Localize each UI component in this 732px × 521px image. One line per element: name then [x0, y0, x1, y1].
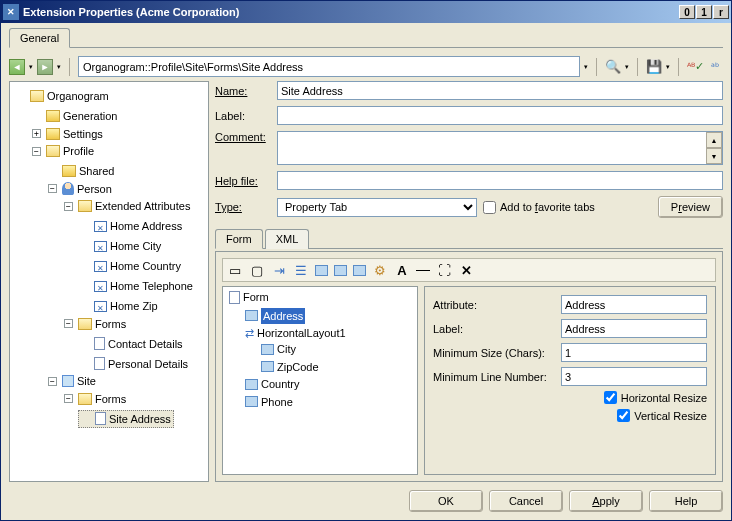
tool-panel-icon[interactable]: ▢: [249, 262, 265, 278]
layout-icon: ⇄: [245, 325, 254, 341]
ok-button[interactable]: OK: [409, 490, 483, 512]
nav-forward-button[interactable]: ►: [37, 59, 53, 75]
tool-delete-icon[interactable]: ✕: [458, 262, 474, 278]
expand-icon[interactable]: +: [32, 129, 41, 138]
form-icon: [94, 337, 105, 350]
label-label: Label:: [215, 110, 271, 122]
properties-pane: Attribute: Label: Minimum Size (Chars): …: [424, 286, 716, 475]
prop-attribute-label: Attribute:: [433, 299, 557, 311]
tool-gear-icon[interactable]: ⚙: [372, 262, 388, 278]
spellcheck-icon[interactable]: ᴬᴮ✓: [687, 59, 703, 75]
tool-field3-icon[interactable]: [353, 265, 366, 276]
tree-root: Organogram: [14, 88, 111, 104]
close-button[interactable]: r: [713, 5, 729, 19]
app-icon: ✕: [3, 4, 19, 20]
form-toolbar: ▭ ▢ ⇥ ☰ ⚙ A ⛶ ✕: [222, 258, 716, 282]
preview-button[interactable]: Preview: [658, 196, 723, 218]
prop-label-input[interactable]: [561, 319, 707, 338]
path-input[interactable]: [78, 56, 580, 77]
tool-line-icon[interactable]: [416, 270, 430, 271]
form-tree-selected[interactable]: Address: [261, 308, 305, 324]
tab-form[interactable]: Form: [215, 229, 263, 249]
toolbar: ◄▾ ►▾ ▾ 🔍▾ 💾▾ ᴬᴮ✓ ᵃᵇ: [9, 52, 723, 81]
nav-forward-dropdown[interactable]: ▾: [57, 63, 61, 71]
prop-minsize-label: Minimum Size (Chars):: [433, 347, 557, 359]
tool-select-icon[interactable]: ▭: [227, 262, 243, 278]
tab-general[interactable]: General: [9, 28, 70, 48]
tab-xml[interactable]: XML: [265, 229, 310, 249]
name-label: Name:: [215, 85, 271, 97]
scroll-up-icon[interactable]: ▲: [706, 132, 722, 148]
nav-back-button[interactable]: ◄: [9, 59, 25, 75]
search-icon[interactable]: 🔍: [605, 59, 621, 75]
path-dropdown[interactable]: ▾: [584, 63, 588, 71]
tool-indent-icon[interactable]: ⇥: [271, 262, 287, 278]
comment-input[interactable]: ▲ ▼: [277, 131, 723, 165]
scroll-down-icon[interactable]: ▼: [706, 148, 722, 164]
prop-minline-label: Minimum Line Number:: [433, 371, 557, 383]
favorite-label: Add to favorite tabs: [500, 201, 595, 213]
titlebar: ✕ Extension Properties (Acme Corporation…: [1, 1, 731, 23]
favorite-checkbox[interactable]: [483, 201, 496, 214]
hresize-checkbox[interactable]: [604, 391, 617, 404]
dialog-footer: OK Cancel Apply Help: [9, 482, 723, 512]
prop-attribute-input[interactable]: [561, 295, 707, 314]
person-icon: [62, 182, 74, 195]
name-input[interactable]: [277, 81, 723, 100]
label-input[interactable]: [277, 106, 723, 125]
help-label: Help file:: [215, 175, 271, 187]
replace-icon[interactable]: ᵃᵇ: [707, 59, 723, 75]
help-button[interactable]: Help: [649, 490, 723, 512]
prop-label-label: Label:: [433, 323, 557, 335]
prop-minline-input[interactable]: [561, 367, 707, 386]
cancel-button[interactable]: Cancel: [489, 490, 563, 512]
type-label: Type:: [215, 201, 271, 213]
minimize-button[interactable]: 0: [679, 5, 695, 19]
tool-field1-icon[interactable]: [315, 265, 328, 276]
site-icon: [62, 375, 74, 387]
nav-back-dropdown[interactable]: ▾: [29, 63, 33, 71]
comment-label: Comment:: [215, 131, 271, 143]
prop-minsize-input[interactable]: [561, 343, 707, 362]
save-icon[interactable]: 💾: [646, 59, 662, 75]
window-title: Extension Properties (Acme Corporation): [23, 6, 679, 18]
tool-font-icon[interactable]: A: [394, 262, 410, 278]
attr-icon: [94, 221, 107, 232]
collapse-icon[interactable]: −: [32, 147, 41, 156]
maximize-button[interactable]: 1: [696, 5, 712, 19]
tool-field2-icon[interactable]: [334, 265, 347, 276]
tool-expand-icon[interactable]: ⛶: [436, 262, 452, 278]
field-icon: [245, 310, 258, 321]
form-tree[interactable]: Form Address ⇄HorizontalLayout1 City Zip…: [222, 286, 418, 475]
type-select[interactable]: Property Tab: [277, 198, 477, 217]
tree-selected: Site Address: [78, 410, 174, 428]
nav-tree[interactable]: Organogram Generation +Settings −Profile…: [9, 81, 209, 482]
main-tabs: General: [9, 27, 723, 48]
apply-button[interactable]: Apply: [569, 490, 643, 512]
vresize-checkbox[interactable]: [617, 409, 630, 422]
help-input[interactable]: [277, 171, 723, 190]
tool-layout-icon[interactable]: ☰: [293, 262, 309, 278]
